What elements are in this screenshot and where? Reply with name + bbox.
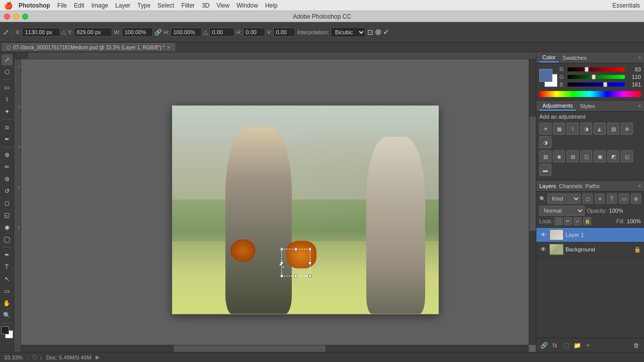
delete-layer-icon[interactable]: 🗑 [632, 341, 641, 350]
menu-filter[interactable]: Filter [181, 2, 195, 9]
quick-select-tool[interactable]: ✦ [2, 106, 13, 117]
x-input[interactable] [22, 28, 60, 37]
menu-file[interactable]: File [57, 2, 67, 9]
app-name[interactable]: Photoshop [19, 2, 50, 9]
handle-bottom-right[interactable] [308, 275, 311, 278]
lock-image-icon[interactable]: ✏ [564, 217, 572, 225]
doc-info-icon[interactable]: ↕ [39, 354, 42, 360]
h-skew-input[interactable] [243, 28, 265, 37]
tab-adjustments[interactable]: Adjustments [539, 102, 576, 111]
lock-position-icon[interactable]: ⤢ [574, 217, 582, 225]
tab-paths[interactable]: Paths [586, 183, 600, 189]
lasso-tool[interactable]: ⌇ [2, 94, 13, 105]
h-input[interactable] [171, 28, 202, 37]
history-brush-tool[interactable]: ↺ [2, 186, 13, 197]
menu-3d[interactable]: 3D [202, 2, 209, 9]
blur-tool[interactable]: ◉ [2, 222, 13, 233]
pen-tool[interactable]: ✒ [2, 249, 13, 260]
menu-type[interactable]: Type [137, 2, 150, 9]
horizontal-scrollbar[interactable] [21, 345, 529, 352]
channel-mixer-icon[interactable]: ◉ [553, 150, 565, 162]
exposure-icon[interactable]: ◑ [580, 123, 592, 135]
close-button[interactable] [4, 14, 10, 20]
doc-controls[interactable]: ⬡ ↕ [32, 354, 42, 360]
healing-tool[interactable]: ⊕ [2, 149, 13, 160]
zoom-tool[interactable]: 🔍 [2, 310, 13, 321]
color-lookup-icon[interactable]: ▤ [567, 150, 579, 162]
g-thumb[interactable] [592, 74, 596, 79]
levels-icon[interactable]: ▦ [553, 123, 565, 135]
brightness-contrast-icon[interactable]: ☀ [539, 123, 551, 135]
rot-input[interactable] [209, 28, 234, 37]
layer-item-2[interactable]: 👁 Background 🔒 [536, 242, 644, 257]
text-tool[interactable]: T [2, 261, 13, 273]
path-select-tool[interactable]: ↖ [2, 274, 13, 285]
link-layers-icon[interactable]: 🔗 [539, 341, 548, 350]
canvas-scroll[interactable]: ↖ [21, 59, 536, 352]
menu-window[interactable]: Window [236, 2, 258, 9]
handle-middle-right[interactable] [308, 261, 311, 264]
threshold-icon[interactable]: ◩ [607, 150, 619, 162]
tab-swatches[interactable]: Swatches [559, 54, 590, 62]
menu-help[interactable]: Help [265, 2, 278, 9]
filter-pixel-icon[interactable]: ◻ [583, 194, 593, 204]
g-slider[interactable] [568, 75, 625, 79]
v-scroll-thumb[interactable] [529, 117, 536, 231]
menu-view[interactable]: View [216, 2, 229, 9]
gradient-tool[interactable]: ◱ [2, 210, 13, 221]
vibrance-icon[interactable]: ◭ [594, 123, 606, 135]
color-balance-icon[interactable]: ⊕ [621, 123, 633, 135]
maximize-button[interactable] [22, 14, 28, 20]
filter-smart-icon[interactable]: ⊕ [631, 194, 641, 204]
hand-tool[interactable]: ✋ [2, 298, 13, 309]
add-fx-icon[interactable]: fx [550, 341, 559, 350]
dodge-tool[interactable]: ◯ [2, 234, 13, 245]
tab-close-button[interactable]: ✕ [167, 45, 171, 50]
filter-kind-select[interactable]: Kind [547, 194, 581, 204]
blend-mode-select[interactable]: Normal [539, 206, 585, 216]
b-thumb[interactable] [603, 82, 607, 87]
posterize-icon[interactable]: ▣ [594, 150, 606, 162]
filter-shape-icon[interactable]: ▭ [619, 194, 629, 204]
invert-icon[interactable]: ◫ [580, 150, 592, 162]
link-icon[interactable]: 🔗 [154, 29, 162, 36]
tab-styles[interactable]: Styles [577, 102, 598, 110]
gradient-map-icon[interactable]: ◱ [621, 150, 633, 162]
cancel-transform-icon[interactable]: ⊗ [375, 27, 381, 37]
layers-panel-menu[interactable]: ≡ [638, 183, 641, 189]
layer-1-visibility[interactable]: 👁 [539, 231, 547, 239]
color-spectrum[interactable] [539, 91, 641, 97]
interp-select[interactable]: Bicubic [331, 27, 366, 37]
handle-top-right[interactable] [308, 248, 311, 251]
menu-edit[interactable]: Edit [74, 2, 85, 9]
foreground-color[interactable] [539, 69, 552, 82]
confirm-transform-icon[interactable]: ✓ [383, 27, 389, 37]
handle-bottom-middle[interactable] [294, 275, 297, 278]
stamp-tool[interactable]: ⊛ [2, 173, 13, 185]
color-panel-menu[interactable]: ≡ [638, 55, 641, 60]
play-icon[interactable]: ▶ [96, 354, 100, 360]
doc-nav-icon[interactable]: ⬡ [32, 354, 37, 360]
tab-layers[interactable]: Layers [539, 183, 556, 189]
handle-top-left[interactable] [280, 248, 283, 251]
y-input[interactable] [74, 28, 112, 37]
tab-channels[interactable]: Channels [559, 183, 582, 189]
foreground-background[interactable] [539, 69, 557, 87]
menu-layer[interactable]: Layer [115, 2, 130, 9]
apple-menu[interactable]: 🍎 [4, 2, 13, 10]
vertical-scrollbar[interactable] [529, 59, 536, 345]
color-swatches[interactable] [1, 326, 13, 338]
handle-top-middle[interactable] [294, 248, 297, 251]
brush-tool[interactable]: ✏ [2, 161, 13, 172]
r-thumb[interactable] [585, 67, 589, 72]
shape-tool[interactable]: ▭ [2, 286, 13, 297]
new-group-icon[interactable]: 📁 [573, 341, 582, 350]
menu-select[interactable]: Select [157, 2, 174, 9]
document-tab[interactable]: ⬡ 07-iStock_000017617181Medium.psd @ 33.… [2, 43, 175, 51]
crop-tool[interactable]: ⧈ [2, 122, 13, 133]
eyedropper-tool[interactable]: ✒ [2, 134, 13, 145]
bw-icon[interactable]: ◑ [539, 136, 551, 148]
selective-color-icon[interactable]: ▬ [539, 164, 551, 176]
tab-color[interactable]: Color [539, 53, 558, 62]
eraser-tool[interactable]: ◻ [2, 198, 13, 209]
